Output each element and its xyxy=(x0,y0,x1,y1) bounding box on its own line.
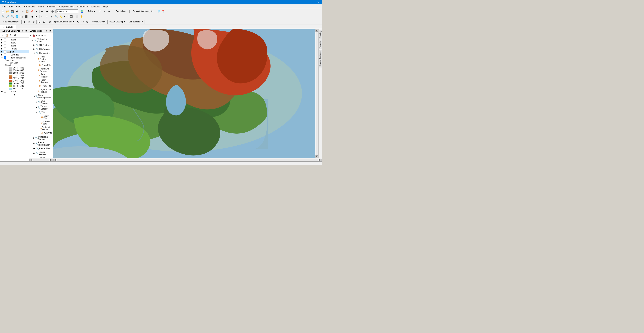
toolbox-tin[interactable]: ▼ 🔧 TIN xyxy=(29,110,53,114)
pan-btn[interactable]: ✋ xyxy=(79,14,84,19)
close-button[interactable]: ✕ xyxy=(316,0,320,4)
tool-delineate-tin[interactable]: ⚙ Delineate TIN D xyxy=(29,126,53,131)
zoom-full-button[interactable]: 🌍 xyxy=(80,9,84,14)
maximize-button[interactable]: □ xyxy=(312,0,316,4)
fit-to-display-btn[interactable]: ⊡ xyxy=(37,20,42,24)
check-path3[interactable] xyxy=(4,38,6,41)
tool-layer-3d[interactable]: ⚙ Layer 3D to Feature xyxy=(29,88,53,94)
vscroll-up[interactable]: ▲ xyxy=(316,29,318,32)
toc-item-path2[interactable]: ▶ path2 xyxy=(0,41,29,44)
menu-help[interactable]: Help xyxy=(102,5,109,8)
map-hscrollbar[interactable]: ◀ ▶ xyxy=(53,158,322,162)
select-btn2[interactable]: ⬛ xyxy=(24,14,28,19)
expand-path3[interactable]: ▶ xyxy=(1,39,3,41)
vscroll-down[interactable]: ▼ xyxy=(316,156,318,158)
sidebar-tab-create-features[interactable]: Create Features xyxy=(319,50,322,67)
undo-button[interactable]: ↩ xyxy=(40,9,44,14)
check-path2[interactable] xyxy=(4,41,6,44)
hscroll-left[interactable]: ◀ xyxy=(30,158,32,162)
zoom-rect-btn[interactable]: ⬜ xyxy=(75,14,79,19)
adj-tool-1[interactable]: ↖ xyxy=(76,20,80,24)
menu-customize[interactable]: Customize xyxy=(76,5,89,8)
georef-dropdown[interactable]: Georeferencing ▾ xyxy=(1,20,21,24)
vscroll-track[interactable] xyxy=(316,32,318,155)
paste-button[interactable]: 📌 xyxy=(30,9,34,14)
expand-path1[interactable]: ▶ xyxy=(1,45,3,47)
minimize-button[interactable]: – xyxy=(307,0,311,4)
menu-selection[interactable]: Selection xyxy=(46,5,58,8)
locate-button[interactable]: 📍 xyxy=(161,9,166,14)
toolbox-root[interactable]: ▼ 🧰 ArcToolbox xyxy=(29,34,53,38)
toc-close-btn[interactable]: ✕ xyxy=(24,29,28,32)
toolbox-raster-surface[interactable]: ▶ 🔧 Raster Surface xyxy=(29,156,53,158)
geostat-icon[interactable]: 💎 xyxy=(156,9,161,14)
expand-func-surf[interactable]: ▶ xyxy=(34,137,35,139)
expand-3d[interactable]: ▼ xyxy=(32,39,34,41)
edit-tool-2[interactable]: ↖ xyxy=(102,9,107,14)
magnifier-btn[interactable]: 🔲 xyxy=(69,14,73,19)
new-button[interactable]: 📄 xyxy=(1,9,5,14)
scale-input[interactable] xyxy=(56,10,78,14)
adj-tool-3[interactable]: ⊕ xyxy=(85,20,89,24)
tool-copy-tin[interactable]: ⚙ Copy TIN xyxy=(29,114,53,120)
expand-roads[interactable]: ▶ xyxy=(1,48,3,50)
toolbox-conversion[interactable]: ▼ 🔧 Conversion xyxy=(29,51,53,55)
expand-dem[interactable]: ▼ xyxy=(1,57,3,59)
zoom-in-btn[interactable]: 🔎 xyxy=(6,14,10,19)
back-btn[interactable]: ◀ xyxy=(30,14,34,19)
tool-from-terrain[interactable]: ⚙ From Terrain xyxy=(29,78,53,84)
expand-landuse[interactable]: ▶ xyxy=(1,54,3,56)
check-cost2[interactable] xyxy=(4,90,6,93)
toolbox-raster-math[interactable]: ▶ 🔧 Raster Math xyxy=(29,146,53,150)
check-path[interactable] xyxy=(4,50,6,53)
forward-btn[interactable]: ▶ xyxy=(34,14,39,19)
expand-path[interactable]: ▶ xyxy=(1,51,3,53)
measure-btn[interactable]: 📏 xyxy=(58,14,63,19)
menu-insert[interactable]: Insert xyxy=(37,5,46,8)
editor-dropdown[interactable]: Editor ▾ xyxy=(86,9,98,14)
check-path1[interactable] xyxy=(4,44,6,47)
expand-root[interactable]: ▼ xyxy=(30,34,32,36)
edit-tool-3[interactable]: ✏ xyxy=(107,9,111,14)
tool-edit-tin[interactable]: ⚙ Edit TIN xyxy=(29,131,53,135)
delete-button[interactable]: ✕ xyxy=(34,9,39,14)
print-button[interactable]: 🖨 xyxy=(14,9,19,14)
combobox-dropdown[interactable]: ComboBox xyxy=(113,9,129,14)
map-area[interactable] xyxy=(53,29,315,158)
expand-las-dataset[interactable]: ▶ xyxy=(36,101,38,103)
expand-raster-interp[interactable]: ▶ xyxy=(34,142,35,144)
redo-button[interactable]: ↪ xyxy=(45,9,49,14)
select-tool-btn[interactable]: ↖ xyxy=(40,14,44,19)
tool-from-feature-class[interactable]: ⚙ From Feature Class xyxy=(29,55,53,63)
tool-from-tin[interactable]: ⚙ From TIN xyxy=(29,84,53,88)
cell-sel-dropdown[interactable]: Cell Selection ▾ xyxy=(128,20,144,24)
find-btn[interactable]: 🔍 xyxy=(54,14,58,19)
toc-item-landuse[interactable]: ▶ Landuse xyxy=(0,53,29,56)
vectorize-dropdown[interactable]: Vectorization ▾ xyxy=(91,20,107,24)
map-hscroll-right[interactable]: ▶ xyxy=(319,158,322,162)
toolbox-functional-surface[interactable]: ▶ 🔧 Functional Surface xyxy=(29,135,53,141)
geostat-dropdown[interactable]: Geostatistical Analyst ▾ xyxy=(130,9,156,14)
toc-float-btn[interactable]: ⧉ xyxy=(21,29,24,32)
open-button[interactable]: 📂 xyxy=(6,9,10,14)
toolbox-data-mgmt[interactable]: ▼ 🔧 Data Management xyxy=(29,94,53,99)
menu-geoprocessing[interactable]: Geoprocessing xyxy=(58,5,76,8)
add-ctrl-pt-btn[interactable]: ✛ xyxy=(22,20,27,24)
expand-tin[interactable]: ▼ xyxy=(36,111,38,113)
expand-raster-reclass[interactable]: ▶ xyxy=(34,152,36,154)
expand-data-mgmt[interactable]: ▼ xyxy=(34,95,35,97)
toolbox-hscrollbar[interactable]: ◀ ▶ xyxy=(29,158,53,162)
toc-list-by-order[interactable]: ≡ xyxy=(1,34,4,37)
zoom-out-btn[interactable]: 🔍 xyxy=(10,14,14,19)
vscrollbar[interactable]: ▲ ▼ xyxy=(315,29,318,158)
tool-from-raster[interactable]: ⚙ From Raster xyxy=(29,73,53,78)
expand-terrain-dataset[interactable]: ▶ xyxy=(36,106,38,108)
menu-windows[interactable]: Windows xyxy=(89,5,102,8)
toolbox-terrain-dataset[interactable]: ▶ 🔧 Terrain Dataset xyxy=(29,105,53,110)
expand-path2[interactable]: ▶ xyxy=(1,42,3,44)
hscroll-track[interactable] xyxy=(33,159,49,161)
expand-raster-math[interactable]: ▶ xyxy=(34,148,36,150)
check-landuse[interactable] xyxy=(4,53,6,56)
snap-btn[interactable]: ⊙ xyxy=(48,20,52,24)
copy-button[interactable]: 📋 xyxy=(25,9,30,14)
